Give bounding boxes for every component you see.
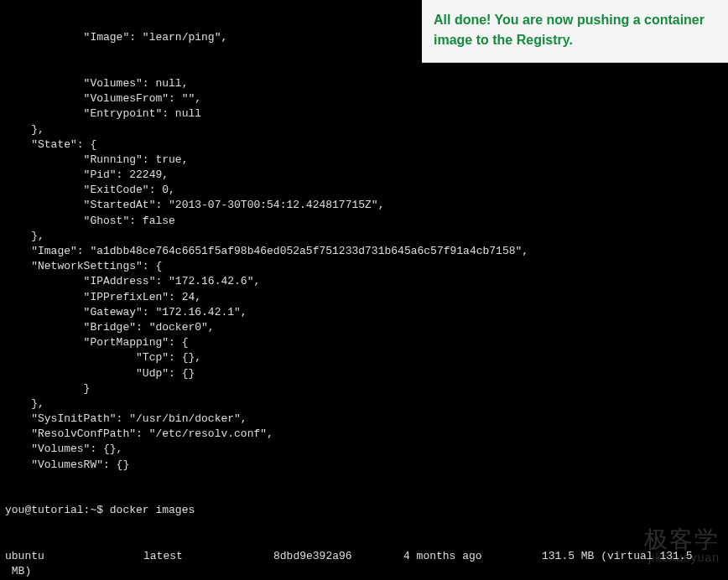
- json-line: },: [5, 396, 723, 412]
- json-line: "Tcp": {},: [5, 350, 723, 365]
- json-line: "Entrypoint": null: [5, 106, 723, 122]
- json-line: "IPPrefixLen": 24,: [5, 290, 723, 305]
- json-line: "Gateway": "172.16.42.1",: [5, 305, 723, 320]
- prompt-docker-images: you@tutorial:~$ docker images: [5, 503, 723, 518]
- cell-id: 8dbd9e392a96: [273, 549, 403, 564]
- table-row: ubuntulatest8dbd9e392a964 months ago131.…: [5, 549, 723, 564]
- cell-created: 4 months ago: [403, 549, 542, 564]
- json-line: "NetworkSettings": {: [5, 259, 723, 274]
- json-line: }: [5, 381, 723, 396]
- cell-id: [273, 564, 403, 579]
- json-line: },: [5, 229, 723, 244]
- json-line: },: [5, 122, 723, 137]
- json-line: "IPAddress": "172.16.42.6",: [5, 274, 723, 289]
- json-line: "VolumesRW": {}: [5, 458, 723, 473]
- cell-size: [542, 564, 723, 579]
- json-line: "Pid": 22249,: [5, 168, 723, 183]
- json-line: "PortMapping": {: [5, 335, 723, 350]
- cell-created: [403, 564, 542, 579]
- terminal-output: "Image": "learn/ping", "Volumes": null, …: [0, 0, 728, 580]
- cell-repo: ubuntu: [5, 549, 143, 564]
- json-line: "StartedAt": "2013-07-30T00:54:12.424817…: [5, 198, 723, 213]
- json-line: "Image": "a1dbb48ce764c6651f5af98b46ed05…: [5, 244, 723, 259]
- cell-tag: latest: [143, 549, 273, 564]
- success-notification: All done! You are now pushing a containe…: [422, 0, 728, 63]
- json-line: "ResolvConfPath": "/etc/resolv.conf",: [5, 427, 723, 442]
- json-line: "Running": true,: [5, 153, 723, 168]
- notification-text: All done! You are now pushing a containe…: [434, 13, 705, 47]
- cell-tag: [143, 564, 273, 579]
- table-row: MB): [5, 564, 723, 579]
- cell-repo: MB): [5, 564, 143, 579]
- json-line: "Volumes": null,: [5, 76, 723, 91]
- json-line: "ExitCode": 0,: [5, 183, 723, 198]
- json-line: "Ghost": false: [5, 214, 723, 229]
- cell-size: 131.5 MB (virtual 131.5: [542, 549, 723, 564]
- json-line: "SysInitPath": "/usr/bin/docker",: [5, 412, 723, 427]
- json-line: "Bridge": "docker0",: [5, 320, 723, 335]
- json-line: "Udp": {}: [5, 366, 723, 381]
- json-line: "State": {: [5, 137, 723, 153]
- json-line: "VolumesFrom": "",: [5, 91, 723, 106]
- json-line: "Volumes": {},: [5, 442, 723, 457]
